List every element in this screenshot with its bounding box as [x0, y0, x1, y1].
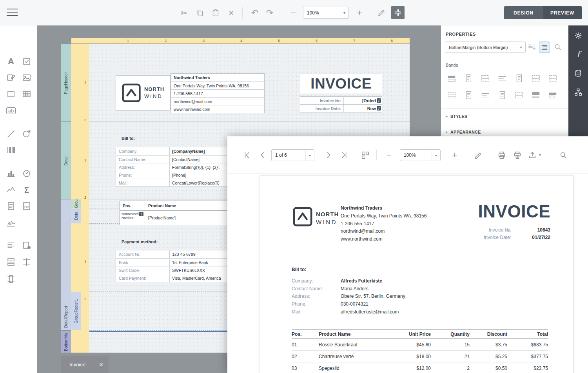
band-detail[interactable]: Detail: [61, 122, 71, 199]
table-tool[interactable]: [20, 88, 33, 100]
close-icon[interactable]: ×: [99, 361, 109, 368]
pos-expression-cell[interactable]: sumRecordNumber ƒ: [120, 211, 145, 225]
panel-tool[interactable]: [5, 88, 17, 100]
property-selector[interactable]: BottomMargin (Bottom Margin) ▾: [445, 42, 526, 53]
categorized-view-button[interactable]: [539, 42, 550, 53]
band-type-icon[interactable]: [480, 90, 490, 101]
summary-tool[interactable]: Σ: [20, 184, 33, 196]
print-icon[interactable]: [496, 150, 507, 161]
band-page-header[interactable]: PageHeader: [61, 44, 71, 121]
document-tab[interactable]: Invoice ×: [61, 356, 109, 373]
validation-icon[interactable]: [376, 7, 387, 19]
invoice-date-value[interactable]: Nowƒ: [343, 105, 382, 112]
checkbox-tool[interactable]: [20, 55, 33, 68]
property-search-icon[interactable]: [553, 42, 563, 52]
band-type-icon[interactable]: [463, 90, 474, 101]
page-break-tool[interactable]: [5, 256, 17, 268]
signature-tool[interactable]: [5, 217, 17, 230]
chart-tool[interactable]: [5, 167, 17, 180]
previous-page-icon[interactable]: [257, 150, 268, 161]
picture-tool[interactable]: [20, 71, 33, 84]
company-name-cell[interactable]: Northwind Traders: [171, 74, 264, 81]
company-phone-cell[interactable]: 1-206-555-1417: [171, 89, 264, 97]
company-address-cell[interactable]: One Portals Way, Twin Points WA, 98156: [171, 81, 264, 89]
styles-section-header[interactable]: ▸ STYLES: [441, 108, 568, 124]
pdf-content-tool[interactable]: PDF: [20, 200, 33, 212]
preview-search-icon[interactable]: [558, 150, 569, 161]
shape-tool[interactable]: [20, 128, 33, 140]
band-type-icon[interactable]: [548, 73, 558, 84]
fit-window-button[interactable]: [391, 6, 405, 19]
zoom-in-icon[interactable]: +: [354, 7, 365, 19]
zoom-in-icon[interactable]: +: [449, 150, 460, 161]
page-info-tool[interactable]: [5, 200, 17, 212]
paste-icon[interactable]: [210, 7, 221, 19]
page-break-info-tool[interactable]: i: [20, 239, 33, 252]
zoom-select[interactable]: 100% ▾: [303, 7, 349, 19]
invoice-title-widget[interactable]: INVOICE: [300, 74, 382, 94]
bill-to-label: Bill to:: [292, 267, 306, 272]
cut-icon[interactable]: ✂: [178, 7, 190, 19]
redo-icon[interactable]: ↷: [264, 7, 276, 19]
preview-zoom-select[interactable]: 100% ▾: [400, 149, 441, 161]
text-tool[interactable]: A: [5, 55, 17, 68]
band-type-icon[interactable]: [497, 73, 507, 84]
company-email-cell[interactable]: northwind@mail.com: [171, 97, 264, 105]
band-type-icon[interactable]: [463, 73, 474, 84]
settings-gear-icon[interactable]: [573, 31, 583, 41]
band-type-icon[interactable]: [514, 90, 524, 101]
export-icon[interactable]: [527, 150, 538, 161]
logo-widget[interactable]: NORTH WIND: [116, 75, 171, 110]
invoice-date-widget[interactable]: Invoice Date: Nowƒ: [300, 104, 382, 112]
band-type-icon[interactable]: [531, 73, 541, 84]
print-page-icon[interactable]: [512, 150, 523, 161]
band-group-footer[interactable]: GroupFooter1: [71, 292, 81, 330]
band-type-icon[interactable]: [446, 73, 457, 84]
band-type-icon[interactable]: [480, 73, 490, 84]
barcode-tool[interactable]: [5, 144, 17, 156]
sparkline-tool[interactable]: [5, 184, 17, 196]
richtext-tool[interactable]: [5, 71, 17, 84]
highlight-fields-icon[interactable]: [473, 150, 484, 161]
band-type-icon[interactable]: [514, 73, 524, 84]
payment-label-widget[interactable]: Payment method:: [122, 239, 158, 244]
cross-band-line-tool[interactable]: [20, 256, 33, 268]
preview-tab-button[interactable]: PREVIEW: [543, 6, 582, 19]
band-sub-detail[interactable]: Deta: [71, 208, 81, 223]
design-tab-button[interactable]: DESIGN: [504, 6, 543, 19]
first-page-icon[interactable]: [241, 150, 252, 161]
chevron-down-icon[interactable]: ▾: [539, 153, 541, 157]
multipage-view-icon[interactable]: [360, 150, 371, 161]
last-page-icon[interactable]: [339, 150, 350, 161]
company-info-widget[interactable]: Northwind Traders One Portals Way, Twin …: [171, 73, 265, 113]
band-detail-report[interactable]: DetailReport: [61, 199, 71, 330]
copy-icon[interactable]: [194, 7, 206, 19]
sort-icon[interactable]: [527, 42, 537, 52]
band-type-icon[interactable]: [531, 90, 541, 101]
band-group-header[interactable]: Grou: [71, 199, 81, 208]
undo-icon[interactable]: ↶: [249, 7, 261, 19]
next-page-icon[interactable]: [323, 150, 334, 161]
report-explorer-icon[interactable]: [573, 68, 583, 78]
invoice-no-value[interactable]: [OrderIƒ: [343, 97, 382, 104]
cross-band-box-tool[interactable]: [5, 273, 17, 285]
zoom-out-icon[interactable]: −: [287, 7, 299, 19]
delete-icon[interactable]: ×: [225, 7, 237, 19]
field-list-icon[interactable]: f: [573, 49, 583, 60]
band-type-icon[interactable]: [548, 90, 558, 101]
menu-button[interactable]: [7, 9, 18, 16]
subreport-tool[interactable]: [5, 239, 17, 252]
band-type-icon[interactable]: [497, 90, 507, 101]
gauge-tool[interactable]: [20, 167, 33, 180]
zoom-out-icon[interactable]: −: [383, 150, 394, 161]
label-tool[interactable]: ab: [5, 104, 17, 117]
band-bottom-margin[interactable]: BottomMa: [61, 331, 71, 353]
report-structure-icon[interactable]: [573, 87, 583, 97]
bill-to-label-widget[interactable]: Bill to:: [122, 136, 135, 141]
band-type-icon[interactable]: [446, 90, 457, 101]
pos-header-cell[interactable]: Pos.: [120, 201, 145, 210]
invoice-no-widget[interactable]: Invoice №: [OrderIƒ: [300, 96, 382, 105]
line-tool[interactable]: [5, 128, 17, 140]
page-selector[interactable]: 1 of 6 ▾: [271, 149, 314, 161]
company-website-cell[interactable]: www.northwind.com: [171, 105, 264, 113]
